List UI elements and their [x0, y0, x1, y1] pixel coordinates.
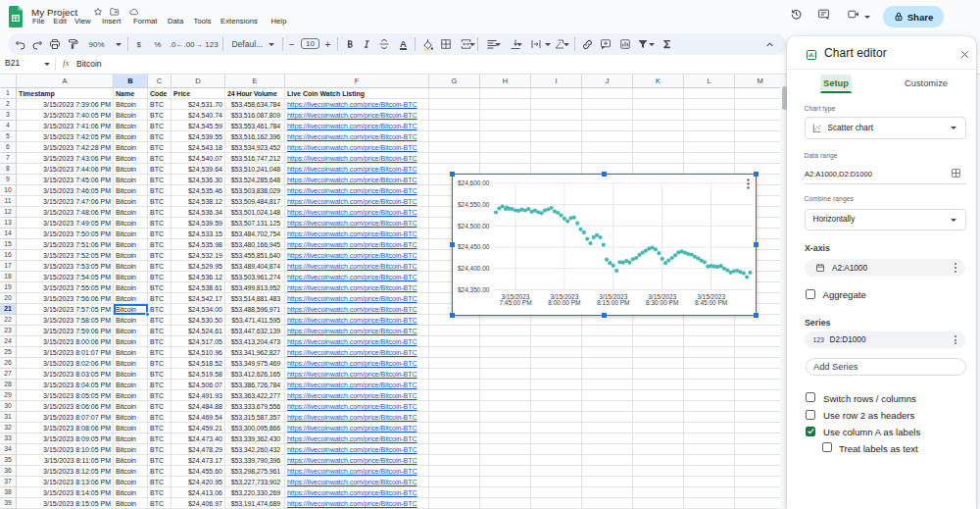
- svg-text:$24,500.00: $24,500.00: [457, 223, 489, 229]
- svg-text:7:45:00 PM: 7:45:00 PM: [499, 299, 531, 306]
- svg-text:$24,600.00: $24,600.00: [457, 179, 489, 186]
- svg-text:8:15:00 PM: 8:15:00 PM: [597, 299, 629, 306]
- svg-text:$24,550.00: $24,550.00: [457, 201, 489, 208]
- svg-text:8:00:00 PM: 8:00:00 PM: [548, 299, 580, 306]
- svg-text:$24,350.00: $24,350.00: [457, 286, 489, 293]
- svg-text:8:30:00 PM: 8:30:00 PM: [646, 299, 678, 306]
- svg-text:$24,400.00: $24,400.00: [457, 265, 489, 272]
- svg-text:8:45:00 PM: 8:45:00 PM: [694, 299, 726, 306]
- svg-text:$24,450.00: $24,450.00: [457, 243, 489, 250]
